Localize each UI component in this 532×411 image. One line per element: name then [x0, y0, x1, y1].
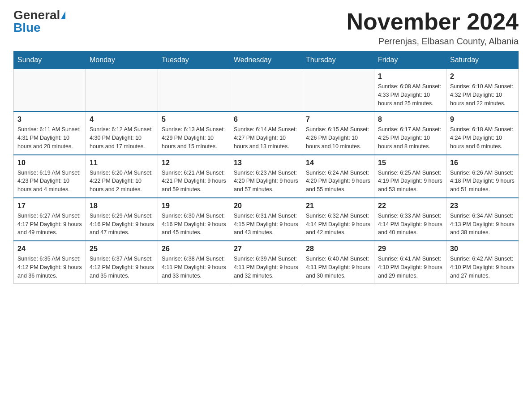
day-info: Sunrise: 6:26 AM Sunset: 4:18 PM Dayligh… — [450, 169, 515, 194]
calendar-day-cell: 25Sunrise: 6:37 AM Sunset: 4:12 PM Dayli… — [86, 241, 158, 284]
day-info: Sunrise: 6:34 AM Sunset: 4:13 PM Dayligh… — [450, 212, 515, 237]
day-info: Sunrise: 6:11 AM Sunset: 4:31 PM Dayligh… — [17, 125, 82, 150]
calendar-day-cell: 4Sunrise: 6:12 AM Sunset: 4:30 PM Daylig… — [86, 111, 158, 154]
day-number: 30 — [450, 245, 515, 253]
day-info: Sunrise: 6:19 AM Sunset: 4:23 PM Dayligh… — [17, 169, 82, 194]
day-number: 16 — [450, 159, 515, 167]
calendar-day-cell: 24Sunrise: 6:35 AM Sunset: 4:12 PM Dayli… — [14, 241, 86, 284]
day-info: Sunrise: 6:18 AM Sunset: 4:24 PM Dayligh… — [450, 125, 515, 150]
day-number: 20 — [234, 202, 298, 210]
day-number: 27 — [234, 245, 298, 253]
day-info: Sunrise: 6:25 AM Sunset: 4:19 PM Dayligh… — [378, 169, 442, 194]
calendar-day-cell — [230, 69, 302, 112]
page-header: General Blue November 2024 Perrenjas, El… — [13, 9, 519, 47]
calendar-day-cell: 1Sunrise: 6:08 AM Sunset: 4:33 PM Daylig… — [374, 69, 446, 112]
location-text: Perrenjas, Elbasan County, Albania — [347, 36, 519, 47]
day-number: 21 — [306, 202, 370, 210]
month-title: November 2024 — [347, 9, 519, 34]
calendar-day-cell: 27Sunrise: 6:39 AM Sunset: 4:11 PM Dayli… — [230, 241, 302, 284]
calendar-day-cell: 7Sunrise: 6:15 AM Sunset: 4:26 PM Daylig… — [302, 111, 374, 154]
day-number: 3 — [17, 116, 82, 124]
day-info: Sunrise: 6:42 AM Sunset: 4:10 PM Dayligh… — [450, 255, 515, 280]
day-info: Sunrise: 6:21 AM Sunset: 4:21 PM Dayligh… — [162, 169, 226, 194]
calendar-week-row: 24Sunrise: 6:35 AM Sunset: 4:12 PM Dayli… — [14, 241, 519, 284]
day-info: Sunrise: 6:20 AM Sunset: 4:22 PM Dayligh… — [90, 169, 154, 194]
calendar-day-cell: 5Sunrise: 6:13 AM Sunset: 4:29 PM Daylig… — [158, 111, 230, 154]
calendar-day-cell — [158, 69, 230, 112]
day-number: 23 — [450, 202, 515, 210]
day-info: Sunrise: 6:17 AM Sunset: 4:25 PM Dayligh… — [378, 125, 442, 150]
calendar-week-row: 1Sunrise: 6:08 AM Sunset: 4:33 PM Daylig… — [14, 69, 519, 112]
day-number: 17 — [17, 202, 82, 210]
calendar-day-cell: 30Sunrise: 6:42 AM Sunset: 4:10 PM Dayli… — [446, 241, 519, 284]
day-number: 7 — [306, 116, 370, 124]
calendar-day-cell: 19Sunrise: 6:30 AM Sunset: 4:16 PM Dayli… — [158, 198, 230, 241]
day-info: Sunrise: 6:29 AM Sunset: 4:16 PM Dayligh… — [90, 212, 154, 237]
calendar-day-cell: 20Sunrise: 6:31 AM Sunset: 4:15 PM Dayli… — [230, 198, 302, 241]
day-info: Sunrise: 6:32 AM Sunset: 4:14 PM Dayligh… — [306, 212, 370, 237]
day-of-week-header: Monday — [86, 51, 158, 69]
day-info: Sunrise: 6:30 AM Sunset: 4:16 PM Dayligh… — [162, 212, 226, 237]
day-number: 10 — [17, 159, 82, 167]
calendar-day-cell: 13Sunrise: 6:23 AM Sunset: 4:20 PM Dayli… — [230, 155, 302, 198]
calendar-day-cell: 8Sunrise: 6:17 AM Sunset: 4:25 PM Daylig… — [374, 111, 446, 154]
day-number: 6 — [234, 116, 298, 124]
calendar-day-cell: 22Sunrise: 6:33 AM Sunset: 4:14 PM Dayli… — [374, 198, 446, 241]
calendar-day-cell — [14, 69, 86, 112]
day-number: 22 — [378, 202, 442, 210]
calendar-day-cell — [302, 69, 374, 112]
day-info: Sunrise: 6:39 AM Sunset: 4:11 PM Dayligh… — [234, 255, 298, 280]
day-info: Sunrise: 6:37 AM Sunset: 4:12 PM Dayligh… — [90, 255, 154, 280]
day-number: 18 — [90, 202, 154, 210]
day-info: Sunrise: 6:10 AM Sunset: 4:32 PM Dayligh… — [450, 82, 515, 107]
day-number: 11 — [90, 159, 154, 167]
day-of-week-header: Friday — [374, 51, 446, 69]
calendar-day-cell: 9Sunrise: 6:18 AM Sunset: 4:24 PM Daylig… — [446, 111, 519, 154]
calendar-day-cell: 10Sunrise: 6:19 AM Sunset: 4:23 PM Dayli… — [14, 155, 86, 198]
day-info: Sunrise: 6:38 AM Sunset: 4:11 PM Dayligh… — [162, 255, 226, 280]
day-number: 24 — [17, 245, 82, 253]
calendar-day-cell: 18Sunrise: 6:29 AM Sunset: 4:16 PM Dayli… — [86, 198, 158, 241]
calendar-day-cell: 21Sunrise: 6:32 AM Sunset: 4:14 PM Dayli… — [302, 198, 374, 241]
logo-blue-text: Blue — [13, 21, 41, 34]
day-number: 26 — [162, 245, 226, 253]
day-info: Sunrise: 6:15 AM Sunset: 4:26 PM Dayligh… — [306, 125, 370, 150]
day-number: 4 — [90, 116, 154, 124]
day-info: Sunrise: 6:23 AM Sunset: 4:20 PM Dayligh… — [234, 169, 298, 194]
day-number: 13 — [234, 159, 298, 167]
day-number: 8 — [378, 116, 442, 124]
day-number: 15 — [378, 159, 442, 167]
calendar-week-row: 3Sunrise: 6:11 AM Sunset: 4:31 PM Daylig… — [14, 111, 519, 154]
day-number: 14 — [306, 159, 370, 167]
logo-triangle-icon — [61, 11, 65, 19]
day-number: 9 — [450, 116, 515, 124]
day-info: Sunrise: 6:12 AM Sunset: 4:30 PM Dayligh… — [90, 125, 154, 150]
day-info: Sunrise: 6:08 AM Sunset: 4:33 PM Dayligh… — [378, 82, 442, 107]
calendar-week-row: 10Sunrise: 6:19 AM Sunset: 4:23 PM Dayli… — [14, 155, 519, 198]
calendar-day-cell: 11Sunrise: 6:20 AM Sunset: 4:22 PM Dayli… — [86, 155, 158, 198]
day-info: Sunrise: 6:31 AM Sunset: 4:15 PM Dayligh… — [234, 212, 298, 237]
day-number: 12 — [162, 159, 226, 167]
calendar-day-cell: 17Sunrise: 6:27 AM Sunset: 4:17 PM Dayli… — [14, 198, 86, 241]
day-info: Sunrise: 6:24 AM Sunset: 4:20 PM Dayligh… — [306, 169, 370, 194]
calendar-day-cell: 15Sunrise: 6:25 AM Sunset: 4:19 PM Dayli… — [374, 155, 446, 198]
calendar-day-cell: 14Sunrise: 6:24 AM Sunset: 4:20 PM Dayli… — [302, 155, 374, 198]
day-number: 2 — [450, 73, 515, 81]
day-info: Sunrise: 6:33 AM Sunset: 4:14 PM Dayligh… — [378, 212, 442, 237]
day-of-week-header: Sunday — [14, 51, 86, 69]
calendar-day-cell — [86, 69, 158, 112]
day-number: 1 — [378, 73, 442, 81]
day-info: Sunrise: 6:27 AM Sunset: 4:17 PM Dayligh… — [17, 212, 82, 237]
calendar-week-row: 17Sunrise: 6:27 AM Sunset: 4:17 PM Dayli… — [14, 198, 519, 241]
calendar-table: SundayMondayTuesdayWednesdayThursdayFrid… — [13, 51, 519, 284]
title-area: November 2024 Perrenjas, Elbasan County,… — [347, 9, 519, 47]
calendar-day-cell: 6Sunrise: 6:14 AM Sunset: 4:27 PM Daylig… — [230, 111, 302, 154]
day-info: Sunrise: 6:35 AM Sunset: 4:12 PM Dayligh… — [17, 255, 82, 280]
logo-general-text: General — [13, 9, 60, 21]
calendar-day-cell: 28Sunrise: 6:40 AM Sunset: 4:11 PM Dayli… — [302, 241, 374, 284]
calendar-day-cell: 16Sunrise: 6:26 AM Sunset: 4:18 PM Dayli… — [446, 155, 519, 198]
calendar-day-cell: 3Sunrise: 6:11 AM Sunset: 4:31 PM Daylig… — [14, 111, 86, 154]
day-of-week-header: Saturday — [446, 51, 519, 69]
calendar-day-cell: 23Sunrise: 6:34 AM Sunset: 4:13 PM Dayli… — [446, 198, 519, 241]
day-of-week-header: Tuesday — [158, 51, 230, 69]
